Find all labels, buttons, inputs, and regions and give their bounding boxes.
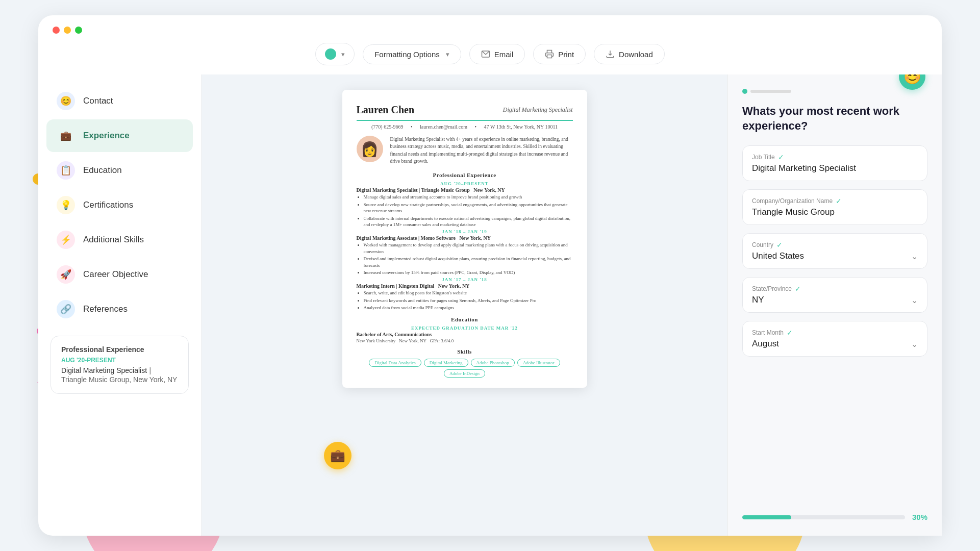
- email-button[interactable]: Email: [469, 44, 525, 64]
- sidebar-item-certifications[interactable]: 💡 Certifications: [46, 189, 193, 221]
- resume-contact-sep1: •: [411, 124, 413, 130]
- panel-field-state[interactable]: State/Province ✓ NY ⌄: [742, 277, 927, 313]
- floating-button-icon: 💼: [330, 448, 345, 463]
- download-label: Download: [619, 50, 653, 59]
- top-bar: ▾ Formatting Options ▾ Email Print Downl…: [38, 34, 942, 74]
- resume-job3-date: JAN '17 – JAN '18: [357, 277, 573, 282]
- resume-divider: [357, 120, 573, 121]
- resume-skills-title: Skills: [357, 348, 573, 355]
- start-month-chevron-icon: ⌄: [911, 339, 918, 349]
- formatting-options-button[interactable]: Formatting Options ▾: [363, 44, 461, 64]
- sidebar-item-experience-label: Experience: [83, 131, 130, 141]
- resume-job2-bullet3: Increased conversions by 15% from paid s…: [364, 269, 573, 276]
- panel-field-company-value: Triangle Music Group: [752, 207, 918, 217]
- additional-skills-icon: ⚡: [57, 231, 75, 249]
- resume-job1-title: Digital Marketing Specialist | Triangle …: [357, 187, 573, 193]
- sidebar-item-contact[interactable]: 😊 Contact: [46, 85, 193, 117]
- experience-icon: 💼: [57, 127, 75, 145]
- skills-tags-container: Digital Data Analytics Digital Marketing…: [357, 359, 573, 378]
- main-card: ▾ Formatting Options ▾ Email Print Downl…: [38, 15, 942, 536]
- panel-field-company[interactable]: Company/Organization Name ✓ Triangle Mus…: [742, 189, 927, 225]
- panel-field-state-label: State/Province ✓: [752, 285, 918, 293]
- panel-field-state-row: NY ⌄: [752, 295, 918, 305]
- smiley-avatar: 😊: [899, 74, 925, 90]
- resume-job-title: Digital Marketing Specialist: [503, 106, 573, 114]
- color-picker-chevron-icon: ▾: [341, 51, 345, 58]
- print-label: Print: [558, 50, 574, 59]
- sidebar-date-label: AUG '20-PRESENT: [61, 357, 178, 364]
- panel-field-job-title[interactable]: Job Title ✓ Digital Marketing Specialist: [742, 145, 927, 181]
- email-label: Email: [494, 50, 514, 59]
- sidebar-item-career-objective[interactable]: 🚀 Career Objective: [46, 258, 193, 291]
- resume-job1-bullet2: Source and develop new strategic partner…: [364, 202, 573, 214]
- contact-icon: 😊: [57, 92, 75, 110]
- resume-job2-bullet2: Devised and implemented robust digital a…: [364, 256, 573, 268]
- download-icon: [606, 49, 615, 59]
- resume-job-3: JAN '17 – JAN '18 Marketing Intern | Kin…: [357, 277, 573, 311]
- window-maximize-dot[interactable]: [75, 27, 82, 34]
- progress-bar-track: [742, 515, 905, 519]
- resume-job2-title: Digital Marketing Associate | Momo Softw…: [357, 235, 573, 241]
- progress-bar-fill: [742, 515, 791, 519]
- resume-job-2: JAN '18 – JAN '19 Digital Marketing Asso…: [357, 229, 573, 276]
- career-objective-icon: 🚀: [57, 265, 75, 284]
- resume-job3-bullet2: Find relevant keywords and entities for …: [364, 297, 573, 304]
- resume-phone: (770) 625-9669: [371, 124, 404, 130]
- window-minimize-dot[interactable]: [64, 27, 71, 34]
- resume-job-1: AUG '20–PRESENT Digital Marketing Specia…: [357, 181, 573, 228]
- window-close-dot[interactable]: [53, 27, 60, 34]
- sidebar-item-certifications-label: Certifications: [83, 200, 133, 210]
- main-content: 😊 Contact 💼 Experience 📋 Education 💡 Cer…: [38, 74, 942, 536]
- resume-skills: Skills Digital Data Analytics Digital Ma…: [357, 348, 573, 378]
- sidebar-item-additional-skills[interactable]: ⚡ Additional Skills: [46, 223, 193, 256]
- sidebar-item-experience[interactable]: 💼 Experience: [46, 119, 193, 152]
- resume-contact-sep2: •: [475, 124, 477, 130]
- smiley-icon: 😊: [903, 74, 921, 85]
- download-button[interactable]: Download: [594, 44, 665, 64]
- resume-job1-date: AUG '20–PRESENT: [357, 181, 573, 186]
- print-button[interactable]: Print: [533, 44, 586, 64]
- email-icon: [481, 49, 490, 59]
- sidebar-item-additional-skills-label: Additional Skills: [83, 235, 144, 245]
- sidebar-bottom-card: Professional Experience AUG '20-PRESENT …: [51, 336, 189, 394]
- color-picker-button[interactable]: ▾: [315, 43, 355, 65]
- profile-avatar: 👩: [357, 136, 383, 162]
- sidebar-item-career-objective-label: Career Objective: [83, 269, 148, 280]
- sidebar-item-references-label: References: [83, 304, 128, 314]
- sidebar-item-education[interactable]: 📋 Education: [46, 154, 193, 187]
- resume-profile-text: Digital Marketing Specialist with 4+ yea…: [390, 136, 573, 165]
- resume-edu-degree: Bachelor of Arts, Communications: [357, 332, 573, 337]
- sidebar-item-references[interactable]: 🔗 References: [46, 293, 193, 325]
- progress-bar-container: 30%: [742, 513, 927, 521]
- panel-field-country[interactable]: Country ✓ United States ⌄: [742, 233, 927, 269]
- svg-rect-1: [547, 55, 552, 58]
- floating-action-button[interactable]: 💼: [324, 442, 351, 469]
- resume-area: Lauren Chen Digital Marketing Specialist…: [202, 74, 727, 536]
- start-month-check-icon: ✓: [787, 329, 793, 337]
- resume-education: Education EXPECTED GRADUATION DATE MAR '…: [357, 316, 573, 343]
- sidebar: 😊 Contact 💼 Experience 📋 Education 💡 Cer…: [38, 74, 202, 536]
- color-swatch: [325, 48, 336, 60]
- right-panel: 😊 Whats your most recent work experience…: [727, 74, 942, 536]
- sidebar-item-contact-label: Contact: [83, 96, 113, 106]
- resume-name: Lauren Chen: [357, 104, 415, 115]
- panel-field-start-month[interactable]: Start Month ✓ August ⌄: [742, 321, 927, 357]
- resume-job2-bullet1: Worked with management to develop and ap…: [364, 242, 573, 255]
- skill-tag-3: Adobe Photoshop: [471, 359, 515, 367]
- panel-field-country-label: Country ✓: [752, 241, 918, 249]
- progress-dot-1: [742, 89, 747, 94]
- resume-profile: 👩 Digital Marketing Specialist with 4+ y…: [357, 136, 573, 165]
- panel-field-country-row: United States ⌄: [752, 251, 918, 261]
- skill-tag-1: Digital Data Analytics: [369, 359, 421, 367]
- panel-field-company-label: Company/Organization Name ✓: [752, 197, 918, 205]
- state-check-icon: ✓: [795, 285, 801, 293]
- sidebar-item-education-label: Education: [83, 165, 122, 176]
- panel-field-job-title-label: Job Title ✓: [752, 153, 918, 161]
- formatting-options-label: Formatting Options: [374, 50, 440, 59]
- resume-edu-title: Education: [357, 316, 573, 322]
- panel-field-start-month-value: August: [752, 339, 779, 349]
- panel-field-start-month-row: August ⌄: [752, 339, 918, 349]
- progress-line: [750, 90, 791, 93]
- resume-job1-bullet1: Manage digital sales and streaming accou…: [364, 194, 573, 201]
- skill-tag-2: Digital Marketing: [424, 359, 468, 367]
